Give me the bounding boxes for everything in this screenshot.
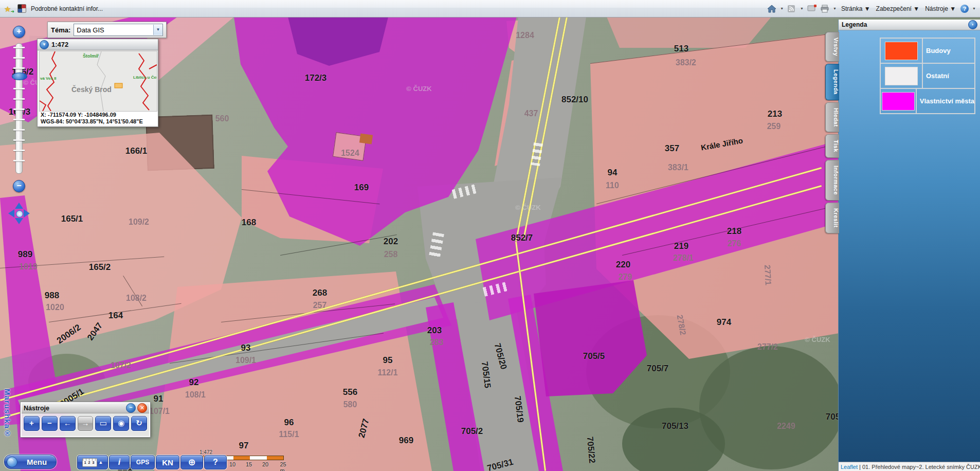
chevron-down-icon[interactable]: ▼	[833, 7, 837, 10]
tab-tisk[interactable]: Tisk	[825, 134, 839, 158]
menu-button[interactable]: Menu	[4, 455, 57, 469]
minimize-icon[interactable]: −	[126, 403, 136, 413]
tools-menu[interactable]: Nástroje ▼	[924, 4, 957, 13]
caret-up-icon: ▲	[99, 460, 103, 465]
locate-button[interactable]: ⊕	[180, 455, 203, 469]
status-bar: Leaflet | 01. Přehledové mapy~2. Letecké…	[839, 462, 980, 471]
pan-south-arrow[interactable]	[15, 218, 23, 224]
help-menu-icon[interactable]: ?	[960, 5, 969, 13]
panel-tab-strip: Vrstvy Legenda Hledat Tisk Informace Kre…	[825, 32, 839, 236]
legend-table: Budovy Ostatní Vlastnictví města	[880, 38, 975, 114]
overview-place-left: vá Ves II	[40, 76, 57, 81]
overview-panel: ▼ 1:472 Štolmíř vá Ves II Liblice u Česk…	[37, 39, 158, 127]
leaflet-link[interactable]: Leaflet	[841, 464, 858, 470]
home-icon[interactable]	[767, 5, 776, 13]
gps-button[interactable]: GPS	[131, 455, 155, 469]
tool-forward-button[interactable]: →	[78, 416, 94, 431]
overview-city-label: Český Brod	[71, 85, 112, 94]
tool-zoom-in-button[interactable]: +	[24, 416, 40, 431]
feed-icon[interactable]	[787, 5, 796, 13]
zoom-slider[interactable]	[15, 43, 23, 174]
marushka-watermark: Marushka®	[3, 389, 12, 438]
tab-informace[interactable]: Informace	[825, 160, 839, 201]
pan-west-arrow[interactable]	[8, 209, 14, 218]
tool-identify-button[interactable]: ◉	[113, 416, 129, 431]
tools-panel: Nástroje − ✕ + − ← → ▭ ◉ ↻	[21, 402, 150, 437]
favorites-icon[interactable]: ★➜	[4, 5, 13, 13]
legend-swatch-vlastnictvi	[882, 92, 915, 111]
print-icon[interactable]	[820, 5, 829, 13]
legend-row: Budovy	[881, 39, 974, 64]
theme-label: Téma:	[51, 26, 70, 34]
zoom-in-button[interactable]: +	[13, 26, 25, 38]
chevron-down-icon[interactable]: ▼	[800, 7, 804, 10]
pan-north-arrow[interactable]	[15, 203, 23, 209]
page-menu[interactable]: Stránka ▼	[840, 4, 872, 13]
overview-map[interactable]: Štolmíř vá Ves II Liblice u Českéh Český…	[39, 51, 157, 112]
coords-wgs84: WGS-84: 50°04'33.85"N, 14°51'50.48"E	[41, 118, 158, 125]
legend-row: Vlastnictví města	[881, 89, 974, 113]
legend-panel-header[interactable]: Legenda ◗	[839, 20, 980, 30]
info-button[interactable]: i	[109, 455, 130, 469]
coords-xy: X: -711574.09 Y: -1048496.09	[41, 112, 158, 118]
help-button[interactable]: ?	[204, 455, 227, 469]
tool-zoom-out-button[interactable]: −	[42, 416, 58, 431]
zoom-slider-handle[interactable]	[12, 73, 27, 80]
mail-icon[interactable]	[807, 5, 816, 13]
scale-readout: 1:472	[51, 41, 68, 48]
security-menu[interactable]: Zabezpečení ▼	[875, 4, 921, 13]
theme-selected-value: Data GIS	[77, 26, 104, 34]
collapse-icon[interactable]: ◗	[968, 20, 977, 29]
browser-bar: ★➜ Podrobné kontaktní infor... ▼ ▼ ▼ Str…	[0, 0, 980, 17]
overview-titlebar[interactable]: ▼ 1:472	[38, 39, 158, 50]
tab-hledat[interactable]: Hledat	[825, 102, 839, 133]
tab-legenda[interactable]: Legenda	[825, 64, 839, 100]
zoom-out-button[interactable]: −	[13, 180, 25, 192]
theme-select[interactable]: Data GIS ▼	[74, 24, 163, 36]
tools-panel-title: Nástroje	[24, 405, 49, 412]
tool-refresh-button[interactable]: ↻	[131, 416, 147, 431]
tab-vrstvy[interactable]: Vrstvy	[825, 32, 839, 62]
tool-back-button[interactable]: ←	[60, 416, 76, 431]
theme-box: Téma: Data GIS ▼	[47, 22, 167, 38]
menu-button-label: Menu	[17, 458, 56, 466]
tab-kreslit[interactable]: Kreslit	[825, 203, 839, 233]
collapse-icon[interactable]: ▼	[40, 40, 49, 49]
building-roof	[359, 133, 373, 144]
tool-rect-select-button[interactable]: ▭	[95, 416, 111, 431]
overview-place-right: Liblice u Českéh	[133, 75, 157, 80]
chevron-down-icon[interactable]: ▼	[153, 25, 162, 35]
ruler-icon: 1 2 3	[82, 458, 97, 467]
legend-label: Ostatní	[923, 64, 974, 88]
close-icon[interactable]: ✕	[137, 403, 147, 413]
scalebar-tick: 15	[246, 461, 252, 467]
chevron-down-icon[interactable]: ▼	[780, 7, 784, 10]
legend-swatch-ostatni	[885, 67, 918, 85]
legend-panel-body: Budovy Ostatní Vlastnictví města	[839, 30, 980, 462]
scalebar-tick: 10	[229, 461, 235, 467]
legend-panel-title: Legenda	[842, 21, 867, 28]
coords-readout: X: -711574.09 Y: -1048496.09 WGS-84: 50°…	[39, 112, 158, 125]
pan-east-arrow[interactable]	[24, 209, 30, 218]
zoom-slider-ticks	[13, 47, 25, 170]
pan-compass[interactable]	[8, 203, 30, 224]
legend-swatch-budovy	[885, 42, 918, 60]
pan-center-button[interactable]	[16, 210, 23, 218]
status-text: | 01. Přehledové mapy~2. Letecké snímky …	[859, 464, 980, 470]
menu-icon	[7, 457, 17, 467]
scalebar-tick: 20	[262, 461, 268, 467]
tools-row: + − ← → ▭ ◉ ↻	[22, 413, 149, 433]
measure-button[interactable]: 1 2 3 ▲	[77, 455, 108, 469]
chevron-down-icon[interactable]: ▼	[972, 7, 976, 10]
scalebar-tick: 25 m	[280, 461, 288, 471]
tools-panel-titlebar[interactable]: Nástroje − ✕	[22, 403, 149, 413]
legend-row: Ostatní	[881, 64, 974, 89]
kn-button[interactable]: KN	[156, 455, 179, 469]
tab-title[interactable]: Podrobné kontaktní infor...	[31, 5, 103, 12]
legend-label: Vlastnictví města	[917, 89, 974, 113]
overview-map-svg	[40, 51, 157, 111]
favicon	[17, 4, 26, 13]
scalebar-ratio: 1:472	[199, 449, 292, 455]
legend-panel: Legenda ◗ Budovy Ostatní Vlastnictví měs…	[838, 20, 980, 471]
overview-place-top: Štolmíř	[83, 53, 99, 59]
